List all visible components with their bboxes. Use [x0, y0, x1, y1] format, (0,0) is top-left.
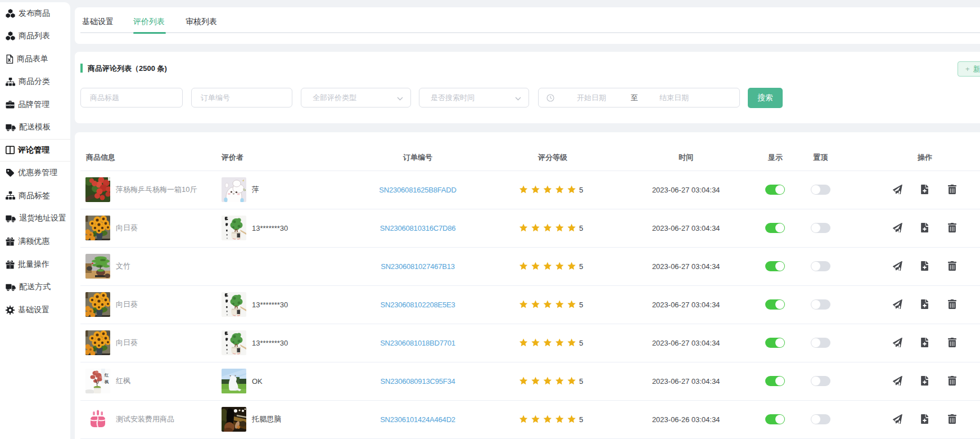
svg-text:红: 红 [104, 373, 109, 378]
svg-text:枫: 枫 [104, 379, 109, 384]
